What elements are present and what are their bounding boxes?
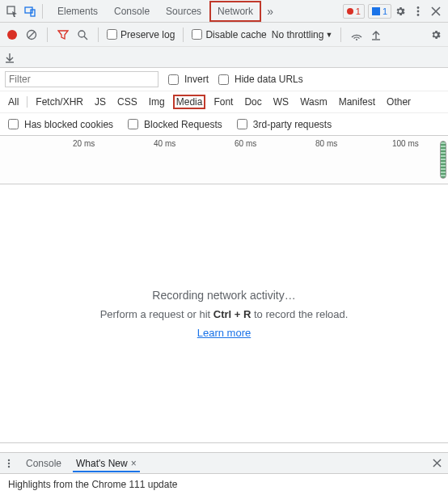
filter-icon[interactable] [56, 28, 70, 42]
chevron-down-icon: ▼ [325, 31, 332, 39]
learn-more-link[interactable]: Learn more [197, 327, 251, 339]
invert-label: Invert [184, 74, 209, 85]
close-tab-icon[interactable]: × [131, 458, 137, 469]
network-toolbar: Preserve log Disable cache No throttling… [0, 23, 448, 47]
drawer-tabs: Console What's New × [0, 453, 448, 474]
message-icon [372, 7, 380, 15]
type-media[interactable]: Media [173, 95, 206, 109]
type-font[interactable]: Font [210, 95, 236, 109]
type-img[interactable]: Img [146, 95, 168, 109]
more-tabs-icon[interactable]: » [261, 2, 279, 20]
svg-line-9 [84, 36, 87, 40]
overview-scrollbar[interactable] [440, 141, 446, 179]
drawer-menu-icon[interactable] [3, 455, 15, 472]
preserve-log-checkbox[interactable] [107, 29, 117, 40]
tab-elements[interactable]: Elements [49, 1, 106, 22]
preserve-log[interactable]: Preserve log [107, 29, 175, 40]
throttling-label: No throttling [272, 29, 324, 40]
device-toolbar-icon[interactable] [21, 2, 39, 20]
record-button[interactable] [5, 28, 19, 42]
close-devtools-icon[interactable] [427, 2, 445, 20]
tab-console[interactable]: Console [106, 1, 158, 22]
inspect-element-icon[interactable] [3, 2, 21, 20]
type-filter-bar: All Fetch/XHR JS CSS Img Media Font Doc … [0, 91, 448, 113]
disable-cache-label: Disable cache [205, 29, 266, 40]
import-har-icon[interactable] [369, 28, 383, 42]
blocked-requests-label: Blocked Requests [144, 119, 222, 130]
type-css[interactable]: CSS [114, 95, 141, 109]
blocked-requests[interactable]: Blocked Requests [125, 116, 222, 132]
svg-point-14 [8, 462, 10, 463]
timeline-tick: 40 ms [154, 139, 175, 148]
drawer-tab-whats-new[interactable]: What's New × [73, 455, 140, 472]
tab-sources[interactable]: Sources [158, 1, 209, 22]
secondary-toolbar [0, 47, 448, 68]
svg-point-10 [356, 39, 357, 40]
timeline-tick: 100 ms [392, 139, 419, 148]
disable-cache[interactable]: Disable cache [192, 29, 266, 40]
close-drawer-icon[interactable] [429, 459, 445, 468]
clear-icon[interactable] [24, 28, 39, 42]
search-icon[interactable] [75, 28, 90, 42]
throttling-select[interactable]: No throttling ▼ [272, 29, 333, 40]
filter-bar: Invert Hide data URLs [0, 68, 448, 91]
type-other[interactable]: Other [383, 95, 414, 109]
type-js[interactable]: JS [91, 95, 109, 109]
preserve-log-label: Preserve log [120, 29, 175, 40]
type-all[interactable]: All [5, 95, 22, 109]
hide-data-urls-label: Hide data URLs [235, 74, 303, 85]
blocked-filter-bar: Has blocked cookies Blocked Requests 3rd… [0, 113, 448, 136]
message-count-badge[interactable]: 1 [368, 4, 391, 19]
error-dot-icon [347, 8, 353, 15]
hide-data-urls-checkbox[interactable] [218, 74, 229, 85]
message-count: 1 [382, 6, 387, 16]
timeline-tick: 20 ms [73, 139, 95, 148]
recording-text: Recording network activity… [152, 289, 295, 302]
drawer-tab-console[interactable]: Console [23, 455, 65, 472]
invert[interactable]: Invert [165, 72, 209, 87]
drawer-tab-whats-new-label: What's New [76, 458, 128, 469]
svg-line-7 [28, 32, 35, 38]
third-party-requests-checkbox[interactable] [237, 119, 247, 129]
svg-point-8 [78, 31, 85, 37]
devtools-top-bar: Elements Console Sources Network » 1 1 [0, 0, 448, 23]
hint-shortcut: Ctrl + R [213, 308, 251, 320]
blocked-requests-checkbox[interactable] [128, 119, 138, 129]
has-blocked-cookies-checkbox[interactable] [8, 119, 19, 129]
type-doc[interactable]: Doc [241, 95, 264, 109]
svg-point-3 [417, 6, 420, 9]
hint-text: Perform a request or hit Ctrl + R to rec… [100, 308, 349, 320]
whats-new-headline: Highlights from the Chrome 111 update [8, 479, 177, 490]
timeline-tick: 60 ms [235, 139, 256, 148]
overview-timeline[interactable]: 20 ms 40 ms 60 ms 80 ms 100 ms [0, 136, 448, 184]
disable-cache-checkbox[interactable] [192, 29, 202, 40]
has-blocked-cookies-label: Has blocked cookies [24, 119, 113, 130]
type-fetch-xhr[interactable]: Fetch/XHR [32, 95, 87, 109]
type-ws[interactable]: WS [270, 95, 292, 109]
network-conditions-icon[interactable] [349, 28, 364, 42]
hide-data-urls[interactable]: Hide data URLs [215, 72, 303, 87]
error-count-badge[interactable]: 1 [343, 4, 365, 19]
filter-input[interactable] [5, 71, 158, 87]
network-settings-icon[interactable] [429, 28, 443, 42]
svg-point-4 [417, 10, 420, 12]
panel-tabs: Elements Console Sources Network [49, 1, 261, 22]
export-har-icon[interactable] [5, 52, 15, 63]
drawer-body: Highlights from the Chrome 111 update [0, 474, 448, 495]
third-party-requests-label: 3rd-party requests [253, 119, 332, 130]
requests-empty-state: Recording network activity… Perform a re… [0, 184, 448, 443]
type-manifest[interactable]: Manifest [336, 95, 378, 109]
kebab-menu-icon[interactable] [409, 2, 427, 20]
settings-icon[interactable] [391, 2, 409, 20]
has-blocked-cookies[interactable]: Has blocked cookies [5, 116, 113, 132]
invert-checkbox[interactable] [168, 74, 179, 85]
third-party-requests[interactable]: 3rd-party requests [234, 116, 332, 132]
svg-point-13 [8, 459, 10, 460]
tab-network[interactable]: Network [209, 1, 261, 22]
timeline-tick: 80 ms [315, 139, 337, 148]
drawer: Console What's New × Highlights from the… [0, 452, 448, 495]
error-count: 1 [356, 6, 361, 16]
svg-point-5 [417, 14, 420, 16]
type-wasm[interactable]: Wasm [297, 95, 331, 109]
svg-point-15 [8, 465, 10, 467]
